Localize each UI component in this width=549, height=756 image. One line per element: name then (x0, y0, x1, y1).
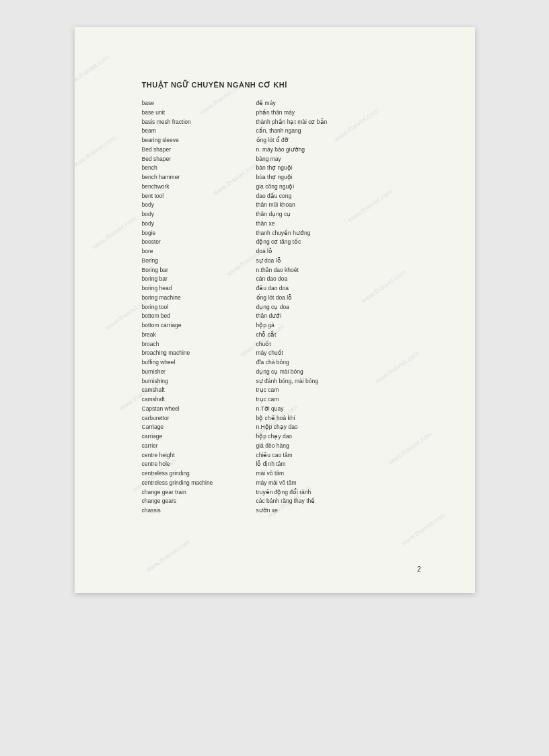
glossary-row: bearing sleeveống lót ổ đỡ (142, 136, 421, 145)
definition: n.Tời quay (256, 405, 421, 413)
definition: đầu dao doa (256, 284, 421, 293)
definition: phần thân máy (256, 108, 421, 117)
definition: thân dưới (256, 312, 421, 320)
glossary-row: centre holelỗ định tâm (142, 460, 421, 469)
term: basis mesh fraction (142, 118, 250, 127)
term: broach (142, 340, 250, 349)
term: beam (142, 127, 250, 135)
glossary-row: base unitphần thân máy (142, 108, 421, 117)
definition: sự doa lỗ (256, 256, 421, 265)
glossary-row: camshafttrục cam (142, 395, 421, 404)
glossary-row: basis mesh fractionthành phần hạt mài cơ… (142, 118, 421, 127)
term: bogie (142, 229, 250, 238)
definition: thân dụng cụ (256, 210, 421, 219)
definition: thân xe (256, 219, 421, 228)
glossary-row: bodythân dụng cụ (142, 210, 421, 219)
definition: lỗ định tâm (256, 460, 421, 469)
glossary-row: camshafttrục cam (142, 386, 421, 394)
term: carrier (142, 442, 250, 450)
glossary-row: carriergiá đèo hàng (142, 442, 421, 450)
definition: n. máy bào giường (256, 145, 421, 154)
definition: đế máy (256, 99, 421, 108)
glossary-row: broachchuốt (142, 340, 421, 349)
definition: búa thợ nguội (256, 173, 421, 182)
glossary-row: boring tooldụng cụ doa (142, 303, 421, 312)
term: booster (142, 238, 250, 246)
term: Bed shaper (142, 145, 250, 154)
definition: các bánh răng thay thế (256, 497, 421, 506)
glossary-row: boring barcán dao doa (142, 275, 421, 283)
definition: doa lỗ (256, 247, 421, 256)
term: Boring bar (142, 266, 250, 275)
glossary-row: carriagehộp chạy dao (142, 432, 421, 441)
term: bench hammer (142, 173, 250, 182)
term: Bed shaper (142, 155, 250, 164)
definition: chuốt (256, 340, 421, 349)
term: centre hole (142, 460, 250, 469)
term: boring head (142, 284, 250, 293)
glossary-row: broaching machinemáy chuốt (142, 349, 421, 357)
term: carriage (142, 432, 250, 441)
page-title: THUẬT NGỮ CHUYÊN NGÀNH CƠ KHÍ (142, 81, 421, 90)
definition: ống lót doa lỗ (256, 294, 421, 302)
definition: giá đèo hàng (256, 442, 421, 450)
glossary-row: bent tooldao đầu cong (142, 192, 421, 201)
definition: hộp chạy dao (256, 432, 421, 441)
definition: truyền động đổi rành (256, 488, 421, 497)
glossary-row: centreless grindingmài vô tâm (142, 469, 421, 478)
page-number: 2 (417, 565, 421, 573)
glossary-row: boosterđộng cơ tăng tốc (142, 238, 421, 246)
term: centreless grinding (142, 469, 250, 478)
glossary-row: Boringsự doa lỗ (142, 256, 421, 265)
definition: bộ chế hoà khí (256, 414, 421, 423)
definition: máy mài vô tâm (256, 479, 421, 487)
glossary-row: benchworkgia công nguội (142, 182, 421, 191)
definition: sự đánh bóng, mài bóng (256, 377, 421, 386)
definition: mài vô tâm (256, 469, 421, 478)
term: boring tool (142, 303, 250, 312)
glossary-row: bottom bedthân dưới (142, 312, 421, 320)
glossary-row: Bed shapern. máy bào giường (142, 145, 421, 154)
term: change gears (142, 497, 250, 506)
glossary-row: bodythân mũi khoan (142, 201, 421, 209)
glossary-table: baseđế máybase unitphần thân máybasis me… (142, 99, 421, 515)
page: www.thaiviet.com www.thaiviet.com www.th… (75, 27, 475, 593)
definition: máy chuốt (256, 349, 421, 357)
term: camshaft (142, 395, 250, 404)
definition: ống lót ổ đỡ (256, 136, 421, 145)
glossary-row: bodythân xe (142, 219, 421, 228)
glossary-row: breakchỗ cắt (142, 331, 421, 339)
glossary-row: Capstan wheeln.Tời quay (142, 405, 421, 413)
term: base unit (142, 108, 250, 117)
term: Carriage (142, 423, 250, 432)
term: chassis (142, 506, 250, 515)
glossary-row: bench hammerbúa thợ nguội (142, 173, 421, 182)
term: base (142, 99, 250, 108)
definition: đĩa chà bông (256, 358, 421, 367)
term: break (142, 331, 250, 339)
glossary-row: beamcần, thanh ngang (142, 127, 421, 135)
term: Capstan wheel (142, 405, 250, 413)
term: carburettor (142, 414, 250, 423)
term: body (142, 210, 250, 219)
definition: trục cam (256, 386, 421, 394)
glossary-row: centre heightchiều cao tâm (142, 451, 421, 460)
definition: bàn thợ nguội (256, 164, 421, 172)
glossary-row: boring headđầu dao doa (142, 284, 421, 293)
glossary-row: bottom carriagehộp gá (142, 321, 421, 330)
glossary-row: burnisherdụng cụ mài bóng (142, 368, 421, 376)
definition: hộp gá (256, 321, 421, 330)
glossary-row: change gear traintruyền động đổi rành (142, 488, 421, 497)
term: camshaft (142, 386, 250, 394)
term: bearing sleeve (142, 136, 250, 145)
glossary-row: chassissườn xe (142, 506, 421, 515)
definition: gia công nguội (256, 182, 421, 191)
term: body (142, 219, 250, 228)
definition: thanh chuyền hướng (256, 229, 421, 238)
term: bent tool (142, 192, 250, 201)
glossary-row: change gearscác bánh răng thay thế (142, 497, 421, 506)
definition: chỗ cắt (256, 331, 421, 339)
glossary-row: baseđế máy (142, 99, 421, 108)
definition: động cơ tăng tốc (256, 238, 421, 246)
definition: cán dao doa (256, 275, 421, 283)
